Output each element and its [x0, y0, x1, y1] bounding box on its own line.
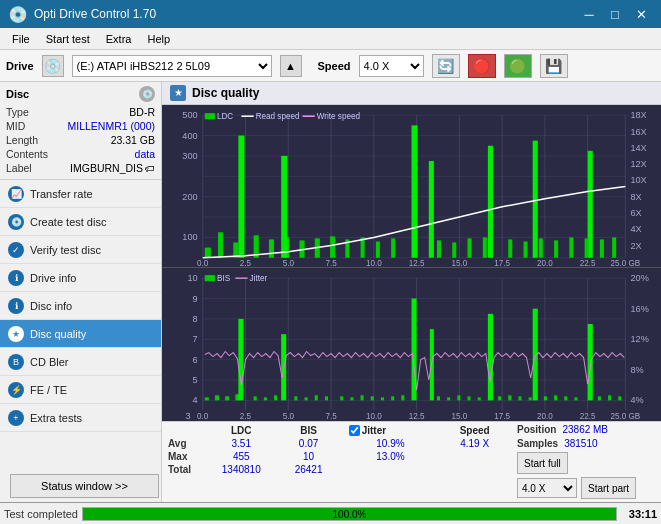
svg-rect-116: [294, 397, 297, 401]
svg-rect-113: [254, 397, 257, 401]
svg-rect-137: [554, 396, 557, 401]
svg-text:LDC: LDC: [217, 112, 233, 121]
nav-transfer-rate[interactable]: 📈 Transfer rate: [0, 180, 161, 208]
svg-rect-125: [391, 397, 394, 401]
eject-icon[interactable]: ▲: [280, 55, 302, 77]
samples-label: Samples: [517, 438, 558, 449]
svg-text:BIS: BIS: [217, 275, 231, 284]
data-table: LDC BIS Jitter Speed Avg: [166, 424, 513, 476]
svg-text:17.5: 17.5: [494, 258, 510, 267]
svg-text:7: 7: [193, 335, 198, 345]
svg-text:9: 9: [193, 294, 198, 304]
svg-rect-123: [371, 397, 374, 401]
chart2-panel: 10 9 8 7 6 5 4 3 20% 16% 12% 8% 4%: [162, 268, 661, 421]
svg-rect-45: [524, 241, 528, 257]
right-stats: Position 23862 MB Samples 381510 Start f…: [517, 424, 657, 500]
svg-rect-29: [238, 135, 244, 257]
nav-extra-tests[interactable]: + Extra tests: [0, 404, 161, 432]
svg-rect-128: [447, 398, 450, 401]
svg-rect-31: [412, 125, 418, 257]
samples-row: Samples 381510: [517, 438, 657, 449]
start-full-button[interactable]: Start full: [517, 452, 568, 474]
nav-create-test-disc[interactable]: 💿 Create test disc: [0, 208, 161, 236]
main-content: Disc 💿 Type BD-R MID MILLENMR1 (000) Len…: [0, 82, 661, 502]
speed-select[interactable]: 4.0 X: [359, 55, 424, 77]
refresh-button[interactable]: 🔄: [432, 54, 460, 78]
window-controls: ─ □ ✕: [577, 4, 653, 24]
extra-tests-icon: +: [8, 410, 24, 426]
nav-fe-te[interactable]: ⚡ FE / TE: [0, 376, 161, 404]
position-value: 23862 MB: [562, 424, 608, 435]
svg-text:22.5: 22.5: [580, 258, 596, 267]
disc-button1[interactable]: 🔴: [468, 54, 496, 78]
status-bar: Test completed 100.0% 33:11: [0, 502, 661, 524]
create-test-icon: 💿: [8, 214, 24, 230]
menu-start-test[interactable]: Start test: [38, 29, 98, 49]
status-window-button[interactable]: Status window >>: [10, 474, 159, 498]
nav-disc-info[interactable]: ℹ Disc info: [0, 292, 161, 320]
svg-text:22.5: 22.5: [580, 412, 596, 421]
nav-cd-bler[interactable]: B CD Bler: [0, 348, 161, 376]
svg-rect-131: [478, 398, 481, 401]
speed-select-bottom[interactable]: 4.0 X: [517, 478, 577, 498]
svg-rect-28: [330, 236, 335, 257]
start-full-row: Start full: [517, 452, 657, 474]
svg-text:3: 3: [185, 411, 190, 421]
progress-bar-container: 100.0%: [82, 507, 617, 521]
menu-help[interactable]: Help: [139, 29, 178, 49]
drive-label: Drive: [6, 60, 34, 72]
disc-info-icon: ℹ: [8, 298, 24, 314]
svg-rect-142: [618, 397, 621, 401]
start-part-button[interactable]: Start part: [581, 477, 636, 499]
svg-rect-41: [452, 242, 456, 257]
svg-rect-20: [205, 247, 211, 257]
status-time: 33:11: [621, 508, 657, 520]
title-bar-left: 💿 Opti Drive Control 1.70: [8, 5, 156, 24]
disc-icon: 💿: [139, 86, 155, 102]
disc-quality-icon: ★: [8, 326, 24, 342]
app-title: Opti Drive Control 1.70: [34, 7, 156, 21]
mid-value: MILLENMR1 (000): [67, 120, 155, 132]
save-button[interactable]: 💾: [540, 54, 568, 78]
svg-rect-119: [325, 397, 328, 401]
minimize-button[interactable]: ─: [577, 4, 601, 24]
disc-panel: Disc 💿 Type BD-R MID MILLENMR1 (000) Len…: [0, 82, 161, 180]
avg-ldc: 3.51: [202, 437, 281, 450]
svg-text:14X: 14X: [630, 142, 646, 152]
type-value: BD-R: [129, 106, 155, 118]
drive-info-icon: ℹ: [8, 270, 24, 286]
disc-contents-row: Contents data: [6, 147, 155, 161]
svg-rect-120: [340, 397, 343, 401]
jitter-checkbox[interactable]: [349, 425, 360, 436]
svg-text:2.5: 2.5: [240, 258, 252, 267]
svg-rect-33: [488, 145, 493, 257]
menu-bar: File Start test Extra Help: [0, 28, 661, 50]
label-value: IMGBURN_DIS 🏷: [70, 162, 155, 174]
disc-mid-row: MID MILLENMR1 (000): [6, 119, 155, 133]
chart1-panel: 500 400 300 200 100 18X 16X 14X 12X 10X …: [162, 105, 661, 269]
svg-rect-51: [612, 237, 616, 257]
menu-file[interactable]: File: [4, 29, 38, 49]
close-button[interactable]: ✕: [629, 4, 653, 24]
max-ldc: 455: [202, 450, 281, 463]
svg-rect-139: [574, 398, 577, 401]
disc-button2[interactable]: 🟢: [504, 54, 532, 78]
svg-text:12X: 12X: [630, 159, 646, 169]
svg-rect-40: [437, 240, 441, 257]
svg-text:25.0 GB: 25.0 GB: [610, 258, 640, 267]
max-row: Max 455 10 13.0%: [166, 450, 513, 463]
chart-header: ★ Disc quality: [162, 82, 661, 105]
total-label: Total: [166, 463, 202, 476]
nav-drive-info[interactable]: ℹ Drive info: [0, 264, 161, 292]
disc-label-row: Label IMGBURN_DIS 🏷: [6, 161, 155, 175]
bottom-data-panel: LDC BIS Jitter Speed Avg: [162, 421, 661, 502]
menu-extra[interactable]: Extra: [98, 29, 140, 49]
svg-rect-140: [598, 397, 601, 401]
nav-verify-test-disc[interactable]: ✓ Verify test disc: [0, 236, 161, 264]
svg-text:400: 400: [182, 130, 197, 140]
avg-bis: 0.07: [281, 437, 337, 450]
svg-text:8%: 8%: [630, 365, 643, 375]
nav-disc-quality[interactable]: ★ Disc quality: [0, 320, 161, 348]
maximize-button[interactable]: □: [603, 4, 627, 24]
drive-select[interactable]: (E:) ATAPI iHBS212 2 5L09: [72, 55, 272, 77]
